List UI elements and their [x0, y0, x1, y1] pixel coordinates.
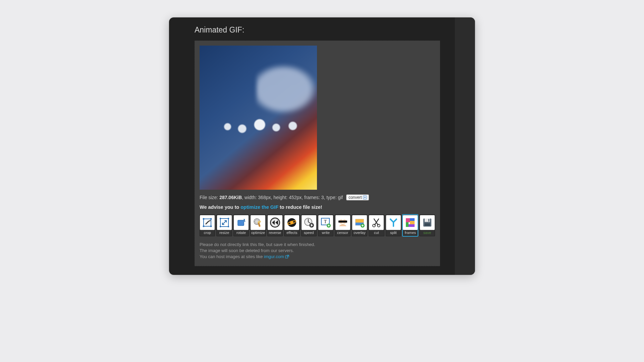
- tool-label: write: [322, 230, 330, 235]
- svg-point-10: [227, 226, 229, 227]
- tool-write[interactable]: Twrite: [318, 215, 333, 236]
- tool-optimize[interactable]: optimize: [250, 215, 266, 236]
- advice-line: We advise you to optimize the GIF to red…: [200, 204, 435, 210]
- file-meta-tail: , width: 368px, height: 452px, frames: 3…: [242, 195, 343, 200]
- tool-reverse[interactable]: reverse: [267, 215, 283, 236]
- tool-label: frames: [405, 230, 416, 235]
- resize-icon: [217, 215, 232, 230]
- svg-point-8: [227, 218, 229, 219]
- svg-rect-36: [410, 221, 415, 224]
- tool-label: cut: [374, 230, 379, 235]
- optimize-link[interactable]: optimize the GIF: [240, 204, 278, 210]
- svg-text:T: T: [324, 219, 327, 224]
- svg-point-2: [203, 218, 205, 220]
- tool-cut[interactable]: cut: [369, 215, 384, 236]
- svg-rect-35: [410, 218, 415, 221]
- note-line-1: Please do not directly link this file, b…: [200, 242, 435, 248]
- rotate-icon: [234, 215, 249, 230]
- tool-label: censor: [337, 230, 348, 235]
- advice-prefix: We advise you to: [200, 204, 240, 210]
- tool-save[interactable]: save: [419, 215, 435, 236]
- note-line-3-prefix: You can host images at sites like: [200, 254, 264, 259]
- write-icon: T: [318, 215, 333, 230]
- tool-label: overlay: [354, 230, 365, 235]
- tool-label: speed: [304, 230, 314, 235]
- svg-point-7: [219, 218, 221, 219]
- svg-point-5: [210, 226, 212, 227]
- page-title: Animated GIF:: [195, 25, 475, 35]
- tool-label: resize: [219, 230, 229, 235]
- svg-point-4: [203, 226, 205, 227]
- svg-rect-43: [285, 256, 288, 258]
- note-line-2: The image will soon be deleted from our …: [200, 248, 435, 254]
- svg-rect-11: [238, 220, 244, 226]
- notes: Please do not directly link this file, b…: [200, 242, 435, 260]
- svg-point-9: [219, 226, 221, 227]
- effects-icon: [284, 215, 299, 230]
- tool-overlay[interactable]: overlay: [352, 215, 367, 236]
- censor-icon: [335, 215, 350, 230]
- tool-label: rotate: [236, 230, 246, 235]
- imgur-link[interactable]: imgur.com: [264, 254, 284, 259]
- cut-icon: [369, 215, 384, 230]
- external-link-icon: [285, 254, 289, 260]
- download-icon: [363, 195, 367, 199]
- tool-split[interactable]: split: [386, 215, 401, 236]
- svg-rect-38: [409, 224, 415, 227]
- tool-censor[interactable]: censor: [335, 215, 350, 236]
- tool-label: split: [390, 230, 397, 235]
- optimize-icon: [251, 215, 265, 230]
- file-size-value: 287.06KiB: [219, 195, 242, 200]
- tool-crop[interactable]: crop: [200, 215, 215, 236]
- svg-point-19: [290, 221, 293, 224]
- gif-preview[interactable]: [200, 46, 317, 190]
- svg-point-3: [210, 218, 212, 220]
- svg-rect-29: [356, 219, 364, 223]
- tool-rotate[interactable]: rotate: [233, 215, 249, 236]
- svg-rect-34: [406, 218, 410, 222]
- svg-rect-42: [425, 223, 430, 226]
- frames-icon: [403, 215, 418, 230]
- file-meta: File size: 287.06KiB, width: 368px, heig…: [200, 194, 435, 200]
- tool-speed[interactable]: speed: [301, 215, 317, 236]
- toolbar: cropresizerotateoptimizereverseeffectssp…: [200, 215, 435, 236]
- file-size-label: File size:: [200, 195, 219, 200]
- tool-label: crop: [204, 230, 211, 235]
- split-icon: [386, 215, 401, 230]
- preview-panel: File size: 287.06KiB, width: 368px, heig…: [195, 41, 440, 266]
- crop-icon: [200, 215, 215, 230]
- tool-frames[interactable]: frames: [402, 215, 418, 236]
- speed-icon: [302, 215, 316, 230]
- convert-button[interactable]: convert: [346, 194, 369, 200]
- tool-label: reverse: [269, 230, 281, 235]
- advice-suffix: to reduce file size!: [278, 204, 322, 210]
- convert-button-label: convert: [348, 195, 362, 200]
- tool-label: effects: [286, 230, 297, 235]
- save-icon: [420, 215, 435, 230]
- overlay-icon: [352, 215, 367, 230]
- tool-label: optimize: [251, 230, 265, 235]
- note-line-3: You can host images at sites like imgur.…: [200, 254, 435, 260]
- tool-effects[interactable]: effects: [284, 215, 300, 236]
- tool-resize[interactable]: resize: [216, 215, 232, 236]
- svg-rect-41: [428, 219, 429, 222]
- editor-card: Animated GIF: File size: 287.06KiB, widt…: [169, 17, 475, 275]
- svg-rect-27: [338, 221, 347, 223]
- tool-label: save: [423, 230, 431, 235]
- reverse-icon: [268, 215, 282, 230]
- svg-rect-37: [406, 222, 409, 227]
